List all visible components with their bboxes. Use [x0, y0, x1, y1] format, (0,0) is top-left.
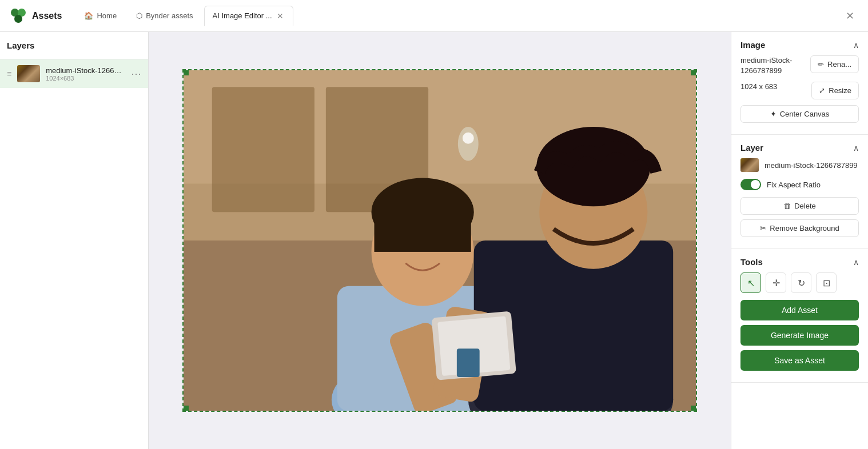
fix-aspect-ratio-row: Fix Aspect Ratio [740, 179, 859, 190]
rename-button[interactable]: ✏ Rena... [810, 55, 859, 73]
resize-button[interactable]: ⤢ Resize [811, 82, 859, 99]
topbar: Assets 🏠 Home ⬡ Bynder assets AI Image E… [0, 0, 868, 32]
tools-section: Tools ∧ ↖ ✛ ↻ ⊡ Add Asset Generate Image… [731, 249, 868, 383]
layer-section-chevron: ∧ [853, 143, 859, 153]
layer-section-title: Layer [740, 143, 763, 153]
corner-handle-br[interactable] [691, 406, 696, 411]
corner-handle-tr[interactable] [691, 70, 696, 75]
svg-rect-14 [375, 206, 471, 252]
image-dimensions-label: 1024 x 683 [740, 82, 777, 92]
rename-icon: ✏ [818, 60, 824, 69]
fix-aspect-ratio-label: Fix Aspect Ratio [767, 181, 821, 189]
layer-item[interactable]: ≡ medium-iStock-1266787899 1024×683 ⋯ [0, 59, 148, 88]
crop-tool-button[interactable]: ⊡ [816, 272, 837, 293]
layer-section-item: medium-iStock-1266787899 [740, 158, 859, 172]
image-section-chevron: ∧ [853, 41, 859, 50]
remove-background-icon: ✂ [760, 224, 766, 232]
layer-thumbnail [17, 65, 40, 82]
bynder-icon: ⬡ [136, 11, 142, 20]
layer-info: medium-iStock-1266787899 1024×683 [46, 66, 125, 82]
rotate-tool-button[interactable]: ↻ [791, 272, 811, 293]
app-logo-icon [9, 7, 27, 25]
tools-section-header[interactable]: Tools ∧ [731, 249, 868, 272]
generate-image-button[interactable]: Generate Image [740, 325, 859, 346]
layer-section-content: medium-iStock-1266787899 Fix Aspect Rati… [731, 158, 868, 237]
tools-icons-row: ↖ ✛ ↻ ⊡ [731, 272, 868, 293]
svg-point-9 [463, 133, 474, 144]
window-close-icon[interactable]: ✕ [841, 7, 859, 25]
select-tool-button[interactable]: ↖ [740, 272, 761, 293]
layer-section-name: medium-iStock-1266787899 [765, 161, 858, 170]
image-name-row: medium-iStock-1266787899 ✏ Rena... [740, 55, 859, 76]
svg-point-18 [536, 127, 650, 206]
remove-background-button[interactable]: ✂ Remove Background [740, 219, 859, 237]
canvas-area [149, 32, 731, 449]
layer-section-header[interactable]: Layer ∧ [731, 135, 868, 158]
close-tab-icon[interactable]: ✕ [276, 11, 285, 21]
move-tool-button[interactable]: ✛ [766, 272, 786, 293]
right-panel: Image ∧ medium-iStock-1266787899 ✏ Rena.… [731, 32, 868, 449]
save-as-asset-button[interactable]: Save as Asset [740, 350, 859, 371]
tab-home[interactable]: 🏠 Home [75, 6, 125, 26]
app-name: Assets [32, 11, 62, 21]
layers-header: Layers [0, 32, 148, 59]
svg-point-2 [14, 15, 22, 23]
layer-size: 1024×683 [46, 75, 125, 82]
photo-scene [184, 70, 696, 411]
image-section: Image ∧ medium-iStock-1266787899 ✏ Rena.… [731, 32, 868, 135]
image-section-title: Image [740, 40, 765, 50]
tab-bynder[interactable]: ⬡ Bynder assets [128, 6, 201, 26]
center-canvas-button[interactable]: ✦ Center Canvas [740, 105, 859, 123]
svg-rect-6 [212, 87, 314, 212]
layer-more-icon[interactable]: ⋯ [131, 67, 141, 80]
corner-handle-tl[interactable] [183, 70, 189, 75]
main-layout: Layers ≡ medium-iStock-1266787899 1024×6… [0, 32, 868, 449]
tools-section-title: Tools [740, 257, 763, 267]
layers-title: Layers [7, 41, 141, 50]
home-icon: 🏠 [84, 11, 93, 20]
tab-bar: 🏠 Home ⬡ Bynder assets AI Image Editor .… [75, 6, 837, 26]
svg-rect-23 [457, 348, 480, 377]
layer-section-thumb [740, 158, 759, 172]
corner-handle-bl[interactable] [183, 406, 189, 411]
image-name-label: medium-iStock-1266787899 [740, 55, 806, 76]
resize-icon: ⤢ [819, 86, 825, 95]
layer-name: medium-iStock-1266787899 [46, 66, 125, 75]
tab-editor[interactable]: AI Image Editor ... ✕ [204, 6, 293, 26]
center-canvas-icon: ✦ [770, 110, 777, 118]
add-asset-button[interactable]: Add Asset [740, 300, 859, 320]
drag-handle-icon: ≡ [7, 69, 11, 78]
image-section-content: medium-iStock-1266787899 ✏ Rena... 1024 … [731, 55, 868, 123]
delete-button[interactable]: 🗑 Delete [740, 197, 859, 215]
image-section-header[interactable]: Image ∧ [731, 32, 868, 55]
tools-section-chevron: ∧ [853, 258, 859, 267]
photo-svg [184, 70, 696, 411]
fix-aspect-ratio-toggle[interactable] [740, 179, 761, 190]
canvas-wrapper [182, 69, 697, 412]
image-dimensions-row: 1024 x 683 ⤢ Resize [740, 82, 859, 99]
app-logo: Assets [9, 7, 62, 25]
delete-icon: 🗑 [783, 202, 791, 210]
canvas-image[interactable] [182, 69, 697, 412]
left-panel: Layers ≡ medium-iStock-1266787899 1024×6… [0, 32, 149, 449]
layer-section: Layer ∧ medium-iStock-1266787899 Fix Asp… [731, 135, 868, 249]
